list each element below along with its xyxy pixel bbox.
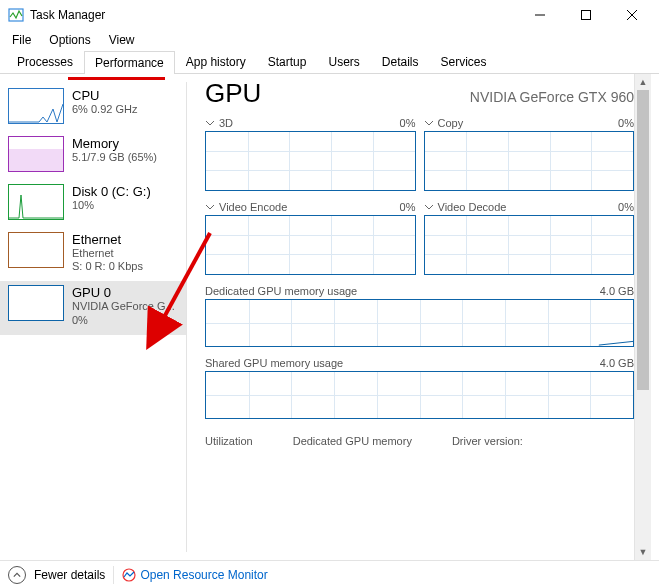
chevron-down-icon <box>424 202 434 212</box>
performance-sidebar: CPU 6% 0.92 GHz Memory 5.1/7.9 GB (65%) … <box>0 74 186 560</box>
maximize-button[interactable] <box>563 0 609 30</box>
chart-copy-graph <box>424 131 635 191</box>
memory-thumb-icon <box>8 136 64 172</box>
svg-rect-2 <box>582 11 591 20</box>
sidebar-item-memory[interactable]: Memory 5.1/7.9 GB (65%) <box>8 132 178 180</box>
chart-video-encode-label: Video Encode <box>219 201 287 213</box>
main-panel: GPU NVIDIA GeForce GTX 960 3D 0% <box>187 74 659 560</box>
chevron-down-icon <box>205 118 215 128</box>
gpu-stats-row: Utilization Dedicated GPU memory Driver … <box>205 429 634 447</box>
ethernet-thumb-icon <box>8 232 64 268</box>
tab-app-history[interactable]: App history <box>175 50 257 73</box>
svg-line-6 <box>599 341 633 345</box>
vertical-scrollbar[interactable]: ▲ ▼ <box>634 74 651 560</box>
annotation-underline <box>68 77 165 80</box>
task-manager-icon <box>8 7 24 23</box>
shared-memory-max: 4.0 GB <box>600 357 634 369</box>
tab-users[interactable]: Users <box>317 50 370 73</box>
shared-memory-label: Shared GPU memory usage <box>205 357 343 369</box>
device-name: NVIDIA GeForce GTX 960 <box>470 89 634 105</box>
sidebar-item-ethernet[interactable]: Ethernet Ethernet S: 0 R: 0 Kbps <box>8 228 178 281</box>
disk-thumb-icon <box>8 184 64 220</box>
menu-view[interactable]: View <box>101 31 143 49</box>
dedicated-memory-max: 4.0 GB <box>600 285 634 297</box>
tab-startup[interactable]: Startup <box>257 50 318 73</box>
svg-rect-5 <box>9 149 63 171</box>
stat-driver-version: Driver version: <box>452 435 523 447</box>
scroll-thumb[interactable] <box>637 90 649 390</box>
tab-bar: Processes Performance App history Startu… <box>0 50 659 74</box>
footer-separator <box>113 566 114 584</box>
dedicated-memory-graph <box>205 299 634 347</box>
tab-details[interactable]: Details <box>371 50 430 73</box>
gpu-thumb-icon <box>8 285 64 321</box>
tab-services[interactable]: Services <box>430 50 498 73</box>
chart-video-encode-pct: 0% <box>400 201 416 213</box>
footer-bar: Fewer details Open Resource Monitor <box>0 560 659 588</box>
sidebar-disk-sub: 10% <box>72 199 151 212</box>
chart-3d-graph <box>205 131 416 191</box>
sidebar-memory-sub: 5.1/7.9 GB (65%) <box>72 151 157 164</box>
chevron-down-icon <box>205 202 215 212</box>
menu-bar: File Options View <box>0 30 659 50</box>
chart-copy[interactable]: Copy 0% <box>424 117 635 191</box>
scroll-up-icon[interactable]: ▲ <box>635 74 651 90</box>
sidebar-ethernet-sub2: S: 0 R: 0 Kbps <box>72 260 143 273</box>
chart-copy-label: Copy <box>438 117 464 129</box>
sidebar-memory-title: Memory <box>72 136 157 151</box>
sidebar-gpu-title: GPU 0 <box>72 285 175 300</box>
scroll-down-icon[interactable]: ▼ <box>635 544 651 560</box>
sidebar-cpu-title: CPU <box>72 88 137 103</box>
sidebar-ethernet-sub1: Ethernet <box>72 247 143 260</box>
chart-dedicated-memory: Dedicated GPU memory usage 4.0 GB <box>205 285 634 347</box>
resource-monitor-icon <box>122 568 136 582</box>
tab-processes[interactable]: Processes <box>6 50 84 73</box>
menu-options[interactable]: Options <box>41 31 98 49</box>
chevron-down-icon <box>424 118 434 128</box>
sidebar-item-cpu[interactable]: CPU 6% 0.92 GHz <box>8 84 178 132</box>
fewer-details-button[interactable]: Fewer details <box>34 568 105 582</box>
open-resource-monitor-link[interactable]: Open Resource Monitor <box>122 568 267 582</box>
chart-video-decode-graph <box>424 215 635 275</box>
chart-3d-pct: 0% <box>400 117 416 129</box>
sidebar-cpu-sub: 6% 0.92 GHz <box>72 103 137 116</box>
chart-video-decode-pct: 0% <box>618 201 634 213</box>
chart-video-encode-graph <box>205 215 416 275</box>
chart-3d-label: 3D <box>219 117 233 129</box>
chart-copy-pct: 0% <box>618 117 634 129</box>
stat-dedicated-memory: Dedicated GPU memory <box>293 435 412 447</box>
chart-video-decode-label: Video Decode <box>438 201 507 213</box>
close-button[interactable] <box>609 0 655 30</box>
cpu-thumb-icon <box>8 88 64 124</box>
chart-3d[interactable]: 3D 0% <box>205 117 416 191</box>
sidebar-gpu-sub1: NVIDIA GeForce G... <box>72 300 175 313</box>
sidebar-disk-title: Disk 0 (C: G:) <box>72 184 151 199</box>
minimize-button[interactable] <box>517 0 563 30</box>
chart-video-decode[interactable]: Video Decode 0% <box>424 201 635 275</box>
chart-shared-memory: Shared GPU memory usage 4.0 GB <box>205 357 634 419</box>
stat-utilization: Utilization <box>205 435 253 447</box>
sidebar-gpu-sub2: 0% <box>72 314 175 327</box>
dedicated-memory-label: Dedicated GPU memory usage <box>205 285 357 297</box>
shared-memory-graph <box>205 371 634 419</box>
fewer-details-icon[interactable] <box>8 566 26 584</box>
window-title: Task Manager <box>30 8 105 22</box>
title-bar: Task Manager <box>0 0 659 30</box>
menu-file[interactable]: File <box>4 31 39 49</box>
sidebar-item-disk[interactable]: Disk 0 (C: G:) 10% <box>8 180 178 228</box>
page-title: GPU <box>205 78 261 109</box>
sidebar-item-gpu[interactable]: GPU 0 NVIDIA GeForce G... 0% <box>0 281 186 334</box>
sidebar-ethernet-title: Ethernet <box>72 232 143 247</box>
tab-performance[interactable]: Performance <box>84 51 175 74</box>
chart-video-encode[interactable]: Video Encode 0% <box>205 201 416 275</box>
